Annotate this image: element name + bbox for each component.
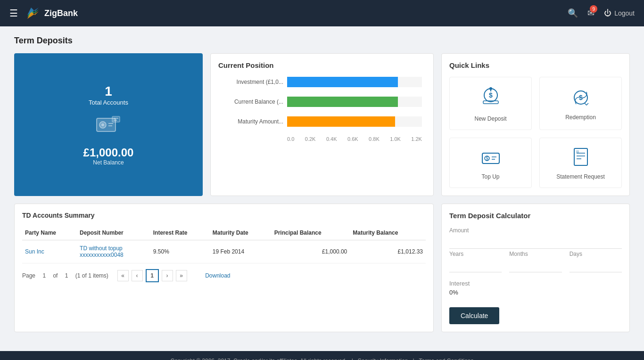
terms-and-conditions-link[interactable]: Terms and Conditions [419, 358, 473, 360]
chart-label-maturity: Maturity Amount... [222, 118, 283, 125]
quick-links-grid: $ New Deposit $ [449, 77, 622, 188]
days-col: Days [570, 251, 622, 272]
cell-party-name: Sun Inc [22, 240, 77, 263]
brand-name: ZigBank [44, 8, 78, 18]
months-input[interactable] [509, 259, 561, 272]
chart-bar-balance [287, 97, 398, 107]
header-right: 🔍 ✉ 9 ⏻ Logout [568, 8, 635, 18]
hamburger-menu-icon[interactable]: ☰ [9, 8, 18, 19]
svg-rect-27 [576, 150, 579, 153]
power-icon: ⏻ [604, 9, 611, 17]
of-label: of [53, 272, 58, 279]
cell-principal-balance: £1,000.00 [272, 240, 350, 263]
page-title: Term Deposits [14, 36, 630, 46]
chart-container: Investment (£1,0... Current Balance (...… [218, 77, 426, 142]
months-label: Months [509, 251, 561, 257]
last-page-button[interactable]: » [176, 270, 187, 281]
chart-x-axis: 0.0 0.2K 0.4K 0.6K 0.8K 1.0K 1.2K [222, 136, 422, 142]
mail-icon[interactable]: ✉ 9 [587, 8, 594, 18]
net-balance-label: Net Balance [93, 159, 124, 166]
svg-text:$: $ [489, 91, 493, 99]
days-input[interactable] [570, 259, 622, 272]
calculate-button[interactable]: Calculate [449, 307, 499, 324]
total-accounts-label: Total Accounts [89, 99, 128, 106]
party-name-link[interactable]: Sun Inc [25, 248, 44, 255]
download-link[interactable]: Download [205, 272, 230, 279]
interest-label: Interest [449, 280, 622, 287]
accounts-table-title: TD Accounts Summary [22, 212, 426, 219]
account-icon [94, 114, 123, 141]
security-information-link[interactable]: Security Information [358, 358, 408, 360]
amount-label: Amount [449, 227, 622, 234]
top-up-label: Top Up [481, 173, 499, 180]
net-balance-amount: £1,000.00 [83, 146, 134, 159]
quick-links-title: Quick Links [449, 61, 622, 69]
col-maturity-date: Maturity Date [210, 226, 272, 240]
table-row: Sun Inc TD without topup xxxxxxxxxxx0048… [22, 240, 426, 263]
chart-bar-area-balance [287, 97, 422, 107]
svg-point-15 [489, 87, 492, 90]
logout-button[interactable]: ⏻ Logout [604, 9, 635, 17]
cell-interest-rate: 9.50% [150, 240, 210, 263]
bottom-row: TD Accounts Summary Party Name Deposit N… [14, 204, 630, 332]
header: ☰ ZigBank 🔍 ✉ 9 ⏻ Logout [0, 0, 644, 26]
years-col: Years [449, 251, 502, 272]
chart-bar-investment [287, 77, 398, 87]
days-label: Days [570, 251, 622, 257]
svg-point-5 [101, 123, 104, 126]
amount-input[interactable] [449, 236, 622, 249]
chart-label-balance: Current Balance (... [222, 98, 283, 105]
svg-rect-8 [112, 116, 120, 122]
items-info: (1 of 1 items) [75, 272, 108, 279]
summary-card: 1 Total Accounts £1,000.00 Net Balance [14, 53, 203, 196]
col-maturity-balance: Maturity Balance [350, 226, 426, 240]
col-deposit-number: Deposit Number [77, 226, 150, 240]
deposit-number-link[interactable]: TD without topup xxxxxxxxxxx0048 [80, 245, 124, 258]
header-left: ☰ ZigBank [9, 6, 78, 21]
cell-maturity-balance: £1,012.33 [350, 240, 426, 263]
accounts-table-card: TD Accounts Summary Party Name Deposit N… [14, 204, 434, 332]
prev-page-button[interactable]: ‹ [132, 270, 143, 281]
years-label: Years [449, 251, 502, 257]
statement-request-icon [570, 146, 592, 170]
notification-badge: 9 [590, 5, 597, 13]
footer-separator-1: | [352, 358, 353, 360]
duration-fields: Years Months Days [449, 251, 622, 272]
first-page-button[interactable]: « [117, 270, 129, 281]
svg-rect-9 [114, 118, 118, 119]
copyright-text: Copyright © 2006, 2017, Oracle and/or it… [170, 358, 347, 360]
total-pages: 1 [65, 272, 68, 279]
next-page-button[interactable]: › [162, 270, 173, 281]
cell-deposit-number: TD without topup xxxxxxxxxxx0048 [77, 240, 150, 263]
svg-rect-6 [108, 123, 113, 124]
quick-link-redemption[interactable]: $ Redemption [539, 77, 622, 130]
current-page: 1 [42, 272, 46, 279]
current-position-title: Current Position [218, 61, 426, 69]
table-header: Party Name Deposit Number Interest Rate … [22, 226, 426, 240]
logo: ZigBank [25, 6, 78, 21]
col-interest-rate: Interest Rate [150, 226, 210, 240]
top-row: 1 Total Accounts £1,000.00 Net Balance C [14, 53, 630, 196]
cell-maturity-date: 19 Feb 2014 [210, 240, 272, 263]
quick-link-statement-request[interactable]: Statement Request [539, 138, 622, 188]
chart-row-investment: Investment (£1,0... [222, 77, 422, 87]
current-position-card: Current Position Investment (£1,0... Cur… [210, 53, 434, 196]
top-up-icon: $ [479, 146, 502, 170]
calculator-card: Term Deposit Calculator Amount Years Mon… [441, 204, 630, 332]
footer-separator-2: | [413, 358, 414, 360]
chart-bar-maturity [287, 116, 395, 127]
quick-link-new-deposit[interactable]: $ New Deposit [449, 77, 532, 130]
chart-bar-area-investment [287, 77, 422, 87]
quick-link-top-up[interactable]: $ Top Up [449, 138, 532, 188]
quick-links-card: Quick Links $ New Deposit [441, 53, 630, 196]
current-page-display: 1 [146, 269, 159, 282]
accounts-table: Party Name Deposit Number Interest Rate … [22, 226, 426, 263]
search-icon[interactable]: 🔍 [568, 8, 578, 18]
col-party-name: Party Name [22, 226, 77, 240]
years-input[interactable] [449, 259, 502, 272]
chart-row-maturity: Maturity Amount... [222, 116, 422, 127]
svg-rect-10 [114, 120, 117, 121]
logout-label: Logout [614, 9, 635, 17]
statement-request-label: Statement Request [556, 173, 605, 180]
chart-bar-area-maturity [287, 116, 422, 127]
